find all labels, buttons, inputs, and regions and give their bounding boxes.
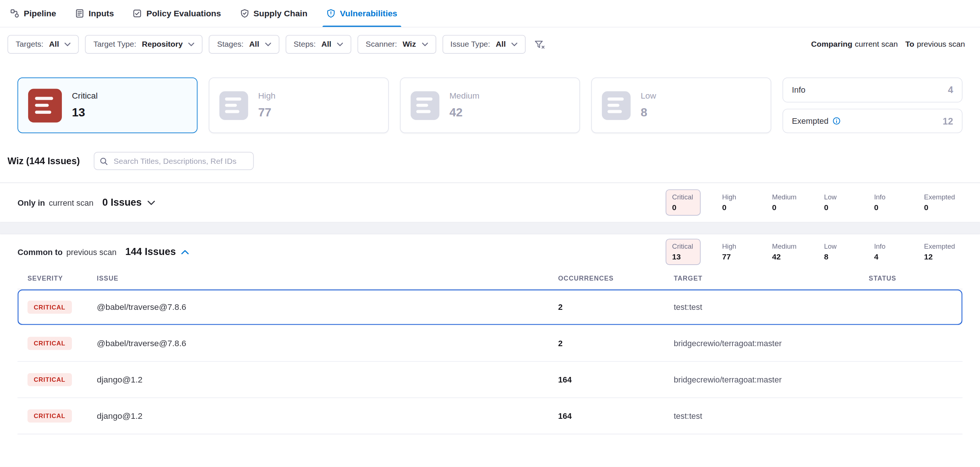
- severity-chip-group: Critical13 High77 Medium42 Low8 Info4 Ex…: [666, 239, 961, 265]
- severity-card-body: High 77: [258, 91, 275, 119]
- steps-filter-dropdown[interactable]: Steps:All: [285, 35, 352, 54]
- compare-bold: Comparing: [811, 40, 852, 49]
- common-issues-toggle[interactable]: 144 Issues: [125, 246, 189, 257]
- target-cell: bridgecrewio/terragoat:master: [674, 375, 869, 384]
- table-header-row: SEVERITY ISSUE OCCURRENCES TARGET STATUS: [18, 266, 963, 289]
- chevron-down-icon: [188, 43, 194, 46]
- chevron-down-icon: [148, 200, 155, 205]
- high-severity-icon: [220, 91, 248, 120]
- filter-label: Scanner:: [366, 40, 397, 49]
- panel-title-prefix: Common to: [18, 247, 63, 256]
- info-stat-row[interactable]: Info 4: [783, 78, 963, 102]
- filter-label: Issue Type:: [450, 40, 490, 49]
- stat-value: 12: [943, 116, 953, 126]
- issue-cell: @babel/traverse@7.8.6: [97, 339, 558, 348]
- occurrences-cell: 2: [558, 339, 674, 348]
- table-body: CRITICAL @babel/traverse@7.8.6 2 test:te…: [18, 289, 963, 434]
- severity-cards-row: Critical 13 High 77 Medium 42 Low 8: [0, 61, 980, 133]
- severity-card-body: Critical 13: [72, 91, 98, 119]
- compare-text: previous scan: [916, 40, 965, 49]
- filter-value: All: [249, 40, 259, 49]
- exempted-stat-row[interactable]: Exempted 12: [783, 109, 963, 133]
- occurrences-cell: 2: [558, 302, 674, 312]
- chip-critical[interactable]: Critical13: [666, 239, 700, 265]
- scanner-section-header: Wiz (144 Issues): [0, 133, 980, 183]
- severity-card-count: 42: [449, 106, 479, 119]
- chip-high[interactable]: High0: [716, 189, 751, 216]
- scanner-filter-dropdown[interactable]: Scanner:Wiz: [358, 35, 436, 54]
- tab-pipeline[interactable]: Pipeline: [10, 0, 56, 27]
- filter-value: All: [321, 40, 331, 49]
- stat-label: Exempted: [792, 116, 840, 125]
- compare-text: current scan: [855, 40, 898, 49]
- filters-bar: Targets:All Target Type:Repository Stage…: [0, 27, 980, 61]
- chip-info[interactable]: Info0: [868, 189, 902, 216]
- issue-cell: @babel/traverse@7.8.6: [97, 302, 558, 312]
- chip-info[interactable]: Info4: [868, 239, 902, 265]
- chevron-up-icon: [181, 250, 189, 254]
- target-cell: test:test: [674, 411, 869, 421]
- issue-cell: django@1.2: [97, 375, 558, 384]
- chip-exempted[interactable]: Exempted12: [918, 239, 961, 265]
- severity-card-critical[interactable]: Critical 13: [18, 78, 197, 133]
- target-type-filter-dropdown[interactable]: Target Type:Repository: [85, 35, 203, 54]
- tab-supply-chain[interactable]: Supply Chain: [240, 0, 308, 27]
- chip-exempted[interactable]: Exempted0: [918, 189, 961, 216]
- chevron-down-icon: [512, 43, 518, 46]
- policy-evaluations-icon: [133, 9, 142, 18]
- filter-label: Target Type:: [94, 40, 137, 49]
- tab-label: Supply Chain: [253, 9, 307, 18]
- info-icon: [832, 117, 840, 125]
- severity-card-count: 77: [258, 106, 275, 119]
- table-row[interactable]: CRITICAL @babel/traverse@7.8.6 2 bridgec…: [18, 326, 963, 362]
- filter-clear-icon: [535, 40, 545, 49]
- severity-card-medium[interactable]: Medium 42: [400, 78, 580, 133]
- table-row[interactable]: CRITICAL django@1.2 164 test:test: [18, 398, 963, 434]
- severity-badge: CRITICAL: [27, 337, 72, 350]
- tab-inputs[interactable]: Inputs: [75, 0, 114, 27]
- search-box: [94, 152, 254, 170]
- severity-card-label: Low: [641, 91, 656, 100]
- critical-severity-icon: [28, 89, 62, 122]
- panel-title-scope: current scan: [49, 198, 94, 207]
- tab-policy-evaluations[interactable]: Policy Evaluations: [133, 0, 221, 27]
- filter-label: Steps:: [294, 40, 316, 49]
- filter-value: All: [496, 40, 506, 49]
- panel-title: Only in current scan: [18, 198, 94, 207]
- stat-value: 4: [948, 84, 953, 95]
- issues-count: 144 Issues: [125, 246, 176, 257]
- severity-card-body: Medium 42: [449, 91, 479, 119]
- search-input[interactable]: [94, 152, 254, 170]
- chip-medium[interactable]: Medium42: [766, 239, 803, 265]
- only-in-issues-toggle[interactable]: 0 Issues: [102, 197, 155, 208]
- chip-low[interactable]: Low0: [818, 189, 853, 216]
- pipeline-icon: [10, 9, 19, 18]
- panel-title-prefix: Only in: [18, 198, 45, 207]
- targets-filter-dropdown[interactable]: Targets:All: [7, 35, 79, 54]
- clear-filters-button[interactable]: [535, 40, 545, 49]
- severity-card-body: Low 8: [641, 91, 656, 119]
- chevron-down-icon: [265, 43, 271, 46]
- stages-filter-dropdown[interactable]: Stages:All: [209, 35, 279, 54]
- medium-severity-icon: [411, 91, 439, 120]
- severity-card-label: Critical: [72, 91, 98, 100]
- chip-medium[interactable]: Medium0: [766, 189, 803, 216]
- filter-value: Wiz: [402, 40, 416, 49]
- column-header-severity: SEVERITY: [27, 274, 97, 282]
- inputs-icon: [75, 9, 84, 18]
- filter-value: Repository: [142, 40, 183, 49]
- severity-card-low[interactable]: Low 8: [591, 78, 771, 133]
- table-row[interactable]: CRITICAL @babel/traverse@7.8.6 2 test:te…: [18, 289, 963, 326]
- severity-card-high[interactable]: High 77: [209, 78, 389, 133]
- chip-low[interactable]: Low8: [818, 239, 853, 265]
- chip-critical[interactable]: Critical0: [666, 189, 700, 216]
- severity-card-label: Medium: [449, 91, 479, 100]
- target-cell: test:test: [674, 302, 869, 312]
- chip-high[interactable]: High77: [716, 239, 751, 265]
- table-row[interactable]: CRITICAL django@1.2 164 bridgecrewio/ter…: [18, 362, 963, 398]
- tab-vulnerabilities[interactable]: Vulnerabilities: [326, 0, 397, 27]
- filter-label: Stages:: [217, 40, 243, 49]
- chevron-down-icon: [422, 43, 428, 46]
- panel-title: Common to previous scan: [18, 247, 116, 256]
- issue-type-filter-dropdown[interactable]: Issue Type:All: [442, 35, 526, 54]
